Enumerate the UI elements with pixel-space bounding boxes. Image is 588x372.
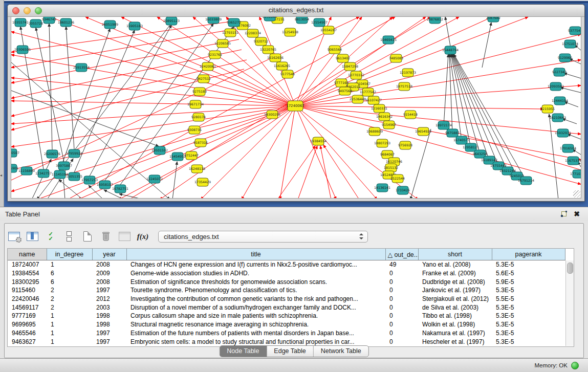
table-cell[interactable]: Disruption of a novel member of a sodium… bbox=[126, 303, 385, 312]
table-cell[interactable]: 2009 bbox=[92, 269, 126, 278]
table-cell[interactable]: Tourette syndrome. Phenomenology and cla… bbox=[126, 286, 385, 295]
table-row[interactable]: 946554611997Estimation of the future num… bbox=[8, 329, 565, 338]
graph-node[interactable]: 10469415 bbox=[380, 36, 397, 44]
table-cell[interactable]: Estimation of significance thresholds fo… bbox=[126, 277, 385, 286]
graph-edge[interactable] bbox=[277, 146, 315, 198]
graph-node[interactable]: 9154418 bbox=[403, 111, 418, 119]
graph-node[interactable]: 9875887 bbox=[445, 129, 460, 137]
graph-edge[interactable] bbox=[560, 87, 581, 93]
table-cell[interactable]: 9777169 bbox=[8, 312, 47, 320]
graph-node[interactable]: 26051989 bbox=[102, 20, 118, 29]
table-row[interactable]: 977716911998Corpus callosum shape and si… bbox=[8, 312, 565, 320]
graph-node[interactable]: 12342757 bbox=[35, 169, 52, 178]
graph-node[interactable]: 10688609 bbox=[366, 127, 383, 136]
graph-node[interactable]: 9065564 bbox=[328, 46, 342, 54]
graph-node[interactable]: 9275183 bbox=[192, 87, 207, 96]
graph-node[interactable]: 18807293 bbox=[374, 139, 390, 147]
graph-edge[interactable] bbox=[295, 106, 581, 160]
table-cell[interactable]: 5.3E-5 bbox=[492, 337, 565, 346]
select-rows-icon[interactable]: ✓✓ bbox=[45, 230, 57, 243]
graph-node[interactable]: 12420061 bbox=[200, 62, 216, 71]
graph-edge[interactable] bbox=[66, 27, 74, 149]
table-cell[interactable]: 0 bbox=[385, 312, 418, 320]
table-cell[interactable]: 5.3E-5 bbox=[492, 303, 565, 312]
column-header-out_de[interactable]: △ out_de... bbox=[385, 249, 418, 260]
table-cell[interactable]: 0 bbox=[385, 277, 418, 286]
graph-edge[interactable] bbox=[295, 106, 418, 198]
graph-node[interactable]: 9227343 bbox=[552, 68, 567, 76]
graph-edge[interactable] bbox=[564, 102, 578, 107]
table-cell[interactable]: 1998 bbox=[92, 312, 126, 320]
column-header-name[interactable]: name bbox=[8, 249, 47, 260]
graph-node[interactable]: 9280174 bbox=[191, 113, 206, 121]
graph-node[interactable]: 14616342 bbox=[376, 113, 393, 121]
table-row[interactable]: 1872400712008Changes of HCN gene express… bbox=[8, 260, 565, 269]
graph-node[interactable]: 20895123 bbox=[163, 17, 180, 25]
table-cell[interactable]: 0 bbox=[385, 295, 418, 303]
graph-node[interactable]: 18300295 bbox=[264, 111, 280, 119]
table-cell[interactable]: 6 bbox=[47, 269, 92, 278]
delete-columns-icon[interactable] bbox=[100, 230, 112, 243]
graph-node[interactable]: 12093582 bbox=[548, 82, 564, 91]
graph-node[interactable]: 12444194 bbox=[552, 97, 568, 105]
table-row[interactable]: 1456911722003Disruption of a novel membe… bbox=[8, 303, 565, 312]
graph-node[interactable]: 19384554 bbox=[310, 137, 326, 145]
graph-node[interactable]: 25060507 bbox=[11, 149, 19, 157]
table-cell[interactable]: 0 bbox=[385, 337, 418, 346]
graph-node[interactable]: 12197873 bbox=[400, 69, 416, 77]
table-cell[interactable]: 1997 bbox=[92, 286, 126, 295]
graph-edge[interactable] bbox=[410, 129, 431, 198]
graph-node[interactable]: 20876812 bbox=[427, 17, 443, 24]
table-cell[interactable]: Nakamura et al. (1997) bbox=[418, 329, 492, 338]
graph-edge[interactable] bbox=[295, 106, 543, 109]
graph-node[interactable]: 9346743 bbox=[42, 17, 56, 24]
graph-node[interactable]: 15751074 bbox=[562, 40, 578, 48]
table-scrollbar[interactable] bbox=[565, 260, 574, 346]
graph-node[interactable]: 8215955 bbox=[540, 105, 555, 113]
graph-node[interactable]: 19654923 bbox=[415, 127, 431, 136]
table-cell[interactable]: Jankovic et al. (1997) bbox=[418, 286, 492, 295]
graph-node[interactable]: 11254938 bbox=[282, 28, 298, 36]
graph-node[interactable]: 1733426 bbox=[396, 186, 410, 194]
table-options-icon[interactable] bbox=[8, 230, 20, 243]
table-cell[interactable]: 9463627 bbox=[8, 337, 47, 346]
graph-edge[interactable] bbox=[11, 21, 231, 52]
graph-node[interactable]: 17016504 bbox=[560, 144, 576, 152]
table-cell[interactable]: 0 bbox=[385, 329, 418, 338]
graph-node[interactable]: 16210643 bbox=[550, 114, 566, 122]
canvas-resize-grip[interactable] bbox=[573, 190, 580, 198]
graph-edge[interactable] bbox=[295, 34, 581, 106]
new-column-icon[interactable] bbox=[81, 230, 94, 243]
graph-node[interactable]: 9320712 bbox=[254, 37, 268, 46]
table-cell[interactable]: 18724007 bbox=[8, 260, 47, 269]
table-cell[interactable]: 2 bbox=[47, 295, 92, 303]
table-cell[interactable]: 1998 bbox=[92, 320, 126, 329]
graph-node[interactable]: 11156869 bbox=[18, 167, 35, 175]
network-window[interactable]: citations_edges.txt 17240067127931511220… bbox=[7, 4, 585, 202]
graph-edge[interactable] bbox=[549, 114, 558, 198]
table-cell[interactable]: 5.3E-5 bbox=[492, 320, 565, 329]
table-cell[interactable]: 2012 bbox=[92, 295, 126, 303]
graph-edge[interactable] bbox=[11, 55, 295, 106]
table-cell[interactable]: Estimation of the future numbers of pati… bbox=[126, 329, 385, 338]
table-row[interactable]: 911546021997Tourette syndrome. Phenomeno… bbox=[8, 286, 565, 295]
table-row[interactable]: 1830029562008Estimation of significance … bbox=[8, 277, 565, 286]
graph-node[interactable]: 10554287 bbox=[320, 26, 337, 34]
graph-node[interactable]: 9231761 bbox=[208, 51, 222, 59]
table-cell[interactable]: 14569117 bbox=[8, 303, 47, 312]
graph-edge[interactable] bbox=[445, 17, 450, 46]
graph-node[interactable]: 8813054 bbox=[295, 17, 309, 24]
table-cell[interactable]: 2008 bbox=[92, 277, 126, 286]
graph-node[interactable]: 17959924 bbox=[66, 149, 82, 158]
column-header-year[interactable]: year bbox=[92, 249, 126, 260]
table-cell[interactable]: 18300295 bbox=[8, 277, 47, 286]
graph-node[interactable]: 8131044 bbox=[263, 17, 277, 21]
graph-edge[interactable] bbox=[160, 106, 295, 198]
graph-node[interactable]: 15448794 bbox=[442, 46, 459, 54]
graph-node[interactable]: 9177546 bbox=[280, 70, 295, 78]
table-cell[interactable]: 2003 bbox=[92, 303, 126, 312]
column-header-pagerank[interactable]: pagerank bbox=[492, 249, 565, 260]
table-cell[interactable]: 1997 bbox=[92, 337, 126, 346]
table-cell[interactable]: 1 bbox=[47, 337, 92, 346]
tab-edge-table[interactable]: Edge Table bbox=[267, 346, 313, 357]
